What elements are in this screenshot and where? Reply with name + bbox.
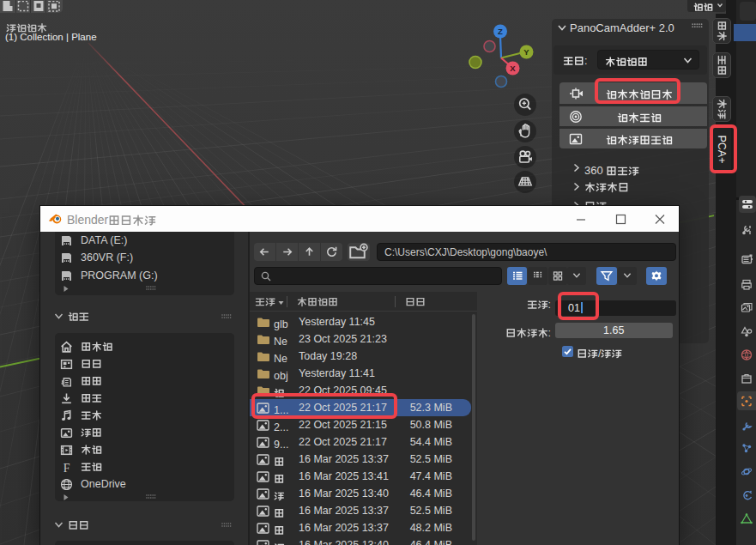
svg-text:F: F	[64, 461, 70, 473]
svg-text:X: X	[510, 64, 516, 73]
svg-text:Y: Y	[523, 47, 529, 57]
svg-text:Z: Z	[498, 27, 503, 36]
